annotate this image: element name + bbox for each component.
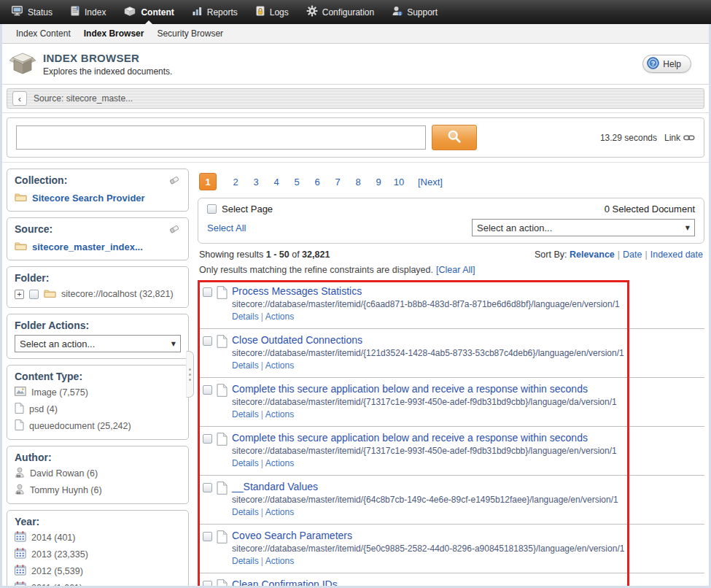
eraser-icon[interactable]	[168, 223, 181, 237]
support-person-icon	[392, 6, 403, 18]
folder-facet-box: Folder: + sitecore://localhost (32,821)	[7, 266, 189, 308]
pagination-page-link[interactable]: 9	[368, 177, 389, 187]
result-details-link[interactable]: Details	[232, 312, 259, 322]
facet-item-author[interactable]: David Rowan (6)	[15, 466, 181, 481]
nav-item-status[interactable]: Status	[3, 0, 61, 24]
sort-indexed-date-link[interactable]: Indexed date	[650, 249, 703, 260]
result-checkbox[interactable]	[203, 483, 212, 492]
tree-expander-button[interactable]: +	[15, 290, 24, 299]
pagination-page-link[interactable]: 6	[307, 177, 327, 187]
facet-item-psd[interactable]: psd (4)	[15, 402, 181, 417]
result-title-link[interactable]: Process Messages Statistics	[232, 285, 620, 298]
result-details-link[interactable]: Details	[232, 360, 259, 371]
sidebar-collapse-handle[interactable]	[186, 351, 194, 398]
search-button[interactable]	[432, 125, 477, 150]
folder-icon	[15, 240, 27, 253]
result-actions-link[interactable]: Actions	[265, 556, 294, 566]
chain-link-icon[interactable]	[683, 134, 695, 142]
pagination-page-link[interactable]: 4	[266, 177, 287, 187]
result-details-link[interactable]: Details	[232, 507, 259, 517]
source-strip[interactable]: ‹ Source: sitecore_maste...	[7, 88, 704, 109]
search-input[interactable]	[16, 125, 426, 150]
select-all-link[interactable]: Select All	[207, 223, 246, 233]
facet-item-author[interactable]: Tommy Huynh (6)	[15, 483, 181, 498]
result-actions-link[interactable]: Actions	[265, 360, 294, 371]
facet-label: David Rowan (6)	[30, 468, 98, 479]
content-type-header: Content Type:	[15, 370, 82, 383]
nav-item-index[interactable]: Index	[61, 0, 114, 24]
nav-item-reports[interactable]: Reports	[183, 0, 246, 24]
result-title-link[interactable]: __Standard Values	[232, 481, 618, 493]
pagination-page-link[interactable]: 2	[225, 177, 246, 187]
subnav-item-index-browser[interactable]: Index Browser	[77, 28, 151, 39]
pagination-next-link[interactable]: [Next]	[418, 177, 443, 187]
nav-label: Content	[141, 7, 174, 18]
facet-item-year[interactable]: 2014 (401)	[15, 530, 181, 545]
pagination-page-link[interactable]: 10	[389, 177, 409, 187]
pagination-current-page[interactable]: 1	[199, 173, 217, 190]
page-title: INDEX BROWSER	[43, 52, 172, 64]
nav-label: Logs	[270, 7, 289, 18]
active-tab-notch	[145, 20, 152, 24]
result-checkbox[interactable]	[203, 532, 212, 541]
result-details-link[interactable]: Details	[232, 458, 259, 468]
facet-item-queuedocument[interactable]: queuedocument (25,242)	[15, 419, 181, 433]
pagination-page-link[interactable]: 3	[246, 177, 266, 187]
facet-item-image[interactable]: Image (7,575)	[15, 385, 181, 400]
result-title-link[interactable]: Close Outdated Connections	[232, 334, 624, 347]
nav-item-logs[interactable]: Logs	[246, 0, 298, 24]
nav-item-content[interactable]: Content	[114, 0, 182, 24]
source-value-link[interactable]: sitecore_master_index...	[32, 241, 143, 252]
result-checkbox[interactable]	[203, 434, 212, 444]
sort-date-link[interactable]: Date	[623, 249, 642, 260]
result-checkbox[interactable]	[203, 385, 212, 395]
facet-item-year[interactable]: 2013 (23,335)	[15, 547, 181, 562]
nav-item-support[interactable]: Support	[383, 0, 446, 24]
result-details-link[interactable]: Details	[232, 556, 259, 566]
result-title-link[interactable]: Clean Confirmation IDs	[232, 579, 621, 586]
result-actions-link[interactable]: Actions	[265, 458, 294, 468]
pagination-page-link[interactable]: 7	[327, 177, 348, 187]
facet-item-year[interactable]: 2011 (1,661)	[15, 581, 181, 586]
source-strip-label: Source: sitecore_maste...	[34, 93, 133, 104]
result-details-link[interactable]: Details	[232, 409, 259, 419]
result-actions-link[interactable]: Actions	[265, 409, 294, 419]
folder-path-label[interactable]: sitecore://localhost (32,821)	[61, 289, 174, 299]
bulk-action-select[interactable]: Select an action... ▼	[472, 219, 695, 236]
subnav-item-index-content[interactable]: Index Content	[9, 28, 77, 39]
folder-icon	[15, 191, 27, 204]
result-checkbox[interactable]	[203, 581, 212, 586]
sort-relevance-link[interactable]: Relevance	[570, 249, 615, 260]
collapse-left-button[interactable]: ‹	[12, 91, 27, 106]
permalink-label[interactable]: Link	[664, 133, 680, 143]
gear-icon	[306, 5, 318, 19]
page-header: INDEX BROWSER Explores the indexed docum…	[2, 44, 709, 85]
folder-action-select[interactable]: Select an action... ▼	[15, 335, 181, 352]
subnav-item-security-browser[interactable]: Security Browser	[150, 28, 230, 39]
year-header: Year:	[15, 515, 39, 528]
result-checkbox[interactable]	[203, 287, 212, 297]
result-row: Process Messages Statistics sitecore://d…	[198, 280, 704, 329]
result-actions-link[interactable]: Actions	[265, 507, 294, 517]
page-frame: Index Content Index Browser Security Bro…	[0, 24, 711, 588]
result-title-link[interactable]: Coveo Search Parameters	[232, 530, 624, 542]
collection-value-link[interactable]: Sitecore Search Provider	[32, 193, 145, 204]
index-icon	[70, 6, 80, 18]
folder-checkbox[interactable]	[29, 290, 39, 299]
nav-item-configuration[interactable]: Configuration	[298, 0, 383, 24]
results-column: 1 2 3 4 5 6 7 8 9 10 [Next]	[198, 169, 704, 586]
help-button[interactable]: ? Help	[642, 55, 691, 73]
select-page-checkbox[interactable]	[207, 204, 217, 214]
clear-all-link[interactable]: [Clear All]	[436, 265, 475, 275]
calendar-icon	[15, 565, 26, 579]
eraser-icon[interactable]	[168, 174, 181, 188]
facet-label: 2012 (5,539)	[31, 566, 83, 576]
result-checkbox[interactable]	[203, 336, 212, 346]
facet-item-year[interactable]: 2012 (5,539)	[15, 564, 181, 579]
result-actions-link[interactable]: Actions	[265, 312, 294, 322]
result-title-link[interactable]: Complete this secure application below a…	[232, 383, 617, 395]
pagination-page-link[interactable]: 8	[348, 177, 368, 187]
result-title-link[interactable]: Complete this secure application below a…	[232, 432, 617, 444]
index-browser-page: Status Index Content Reports Logs Config…	[0, 0, 711, 588]
pagination-page-link[interactable]: 5	[287, 177, 307, 187]
